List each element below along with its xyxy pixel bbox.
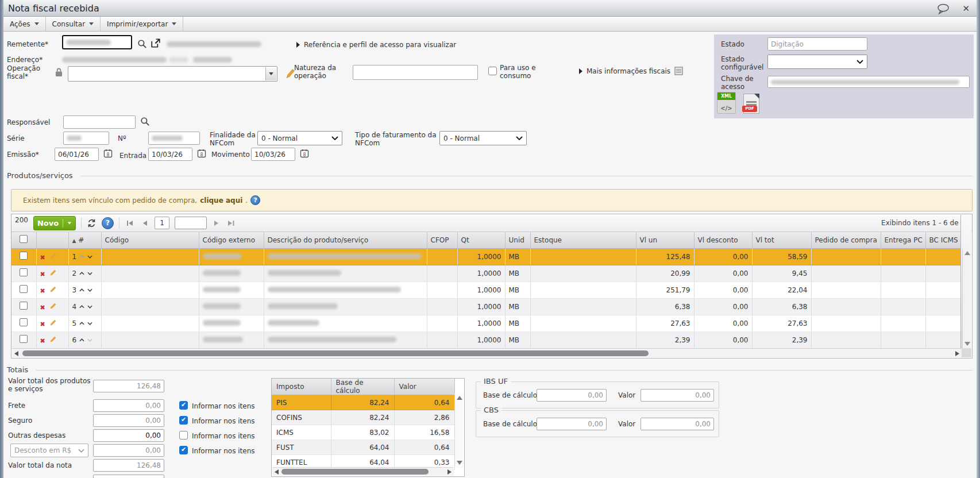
horizontal-scrollbar[interactable] (272, 467, 454, 476)
col-entrega-pc[interactable]: Entrega PC (881, 232, 925, 248)
page-size-select[interactable]: 200 (175, 217, 207, 229)
refresh-icon[interactable] (87, 218, 97, 228)
move-up-icon[interactable] (79, 305, 84, 309)
scroll-right-icon[interactable] (447, 469, 452, 475)
dropdown-arrow-icon[interactable] (265, 67, 276, 80)
move-up-icon[interactable] (79, 288, 84, 292)
delete-icon[interactable]: ✖ (40, 304, 45, 311)
finalidade-nfcom-select[interactable]: 0 - Normal (257, 131, 342, 145)
referencia-expander[interactable]: Referência e perfil de acesso para visua… (296, 41, 456, 49)
entrada-input[interactable] (148, 148, 192, 161)
valor-total-nota-input[interactable] (93, 459, 164, 472)
ibs-valor-input[interactable] (641, 389, 714, 402)
edit-icon[interactable] (49, 252, 57, 260)
valor-total-produtos-input[interactable] (93, 380, 164, 392)
row-checkbox[interactable] (20, 252, 28, 260)
col-qt[interactable]: Qt (457, 232, 505, 248)
row-checkbox[interactable] (20, 335, 28, 343)
serie-input[interactable] (63, 132, 109, 145)
edit-icon[interactable] (49, 286, 57, 293)
scroll-down-icon[interactable] (964, 342, 970, 346)
row-checkbox[interactable] (20, 285, 28, 293)
col-descricao[interactable]: Descrição do produto/serviço (264, 232, 427, 248)
col-valor[interactable]: Valor (394, 379, 454, 395)
numero-input[interactable] (148, 132, 200, 145)
scroll-down-icon[interactable] (457, 461, 462, 465)
desconto-informar-checkbox[interactable] (179, 446, 188, 454)
delete-icon[interactable]: ✖ (40, 321, 45, 328)
emissao-input[interactable] (55, 148, 99, 161)
col-pedido-compra[interactable]: Pedido de compra (811, 232, 881, 248)
menu-imprimir-exportar[interactable]: Imprimir/exportar (101, 17, 183, 31)
table-row[interactable]: ✖ 3 1,0000 MB 251,79 0,00 22,04 (11, 282, 962, 298)
delete-icon[interactable]: ✖ (40, 287, 45, 295)
operacao-fiscal-select[interactable] (68, 66, 277, 82)
select-all-checkbox[interactable] (20, 235, 28, 243)
scroll-up-icon[interactable] (457, 396, 462, 400)
col-unid[interactable]: Unid (505, 232, 530, 248)
estado-configuravel-select[interactable] (767, 55, 867, 69)
edit-icon[interactable] (49, 336, 57, 343)
outras-despesas-informar-checkbox[interactable] (179, 431, 188, 440)
delete-icon[interactable]: ✖ (40, 254, 45, 261)
novo-button[interactable]: Novo (33, 216, 76, 230)
table-row[interactable]: ✖ 6 1,0000 MB 2,39 0,00 2,39 (11, 331, 962, 348)
table-row[interactable]: ✖ 5 1,0000 MB 27,63 0,00 27,63 (11, 315, 962, 331)
search-icon[interactable] (140, 117, 150, 128)
ibs-base-input[interactable] (537, 389, 607, 402)
horizontal-scrollbar[interactable] (12, 348, 962, 357)
col-vl-desconto[interactable]: Vl desconto (694, 232, 752, 248)
menu-acoes[interactable]: Ações (3, 17, 46, 31)
edit-icon[interactable] (49, 319, 57, 326)
search-icon[interactable] (137, 39, 147, 51)
remetente-input[interactable] (62, 35, 132, 49)
mais-informacoes-expander[interactable]: Mais informações fiscais (579, 67, 683, 75)
move-down-icon[interactable] (87, 255, 92, 259)
move-up-icon[interactable] (79, 338, 84, 342)
scroll-left-icon[interactable] (275, 469, 279, 475)
frete-input[interactable] (93, 399, 164, 412)
chave-acesso-input[interactable] (767, 76, 970, 88)
help-icon[interactable]: ? (102, 217, 114, 229)
para-uso-consumo-checkbox[interactable] (488, 67, 497, 75)
table-row[interactable]: ✖ 4 1,0000 MB 6,38 0,00 6,38 (11, 298, 962, 315)
scrollbar-thumb[interactable] (22, 350, 649, 356)
move-down-icon[interactable] (87, 272, 92, 275)
imposto-row[interactable]: FUST64,040,64 (272, 440, 454, 455)
col-imposto[interactable]: Imposto (272, 379, 331, 395)
last-page-icon[interactable] (226, 220, 237, 226)
frete-informar-checkbox[interactable] (179, 401, 188, 410)
col-codigo[interactable]: Código (101, 232, 199, 248)
col-estoque[interactable]: Estoque (530, 232, 636, 248)
imposto-row[interactable]: COFINS82,242,86 (272, 410, 454, 425)
scroll-right-icon[interactable] (955, 351, 959, 356)
outras-despesas-input[interactable] (93, 429, 164, 442)
move-down-icon[interactable] (87, 288, 92, 292)
row-checkbox[interactable] (20, 302, 28, 310)
prev-page-icon[interactable] (141, 220, 149, 226)
estado-input[interactable] (767, 37, 867, 51)
xml-icon[interactable]: XML </> (717, 92, 736, 114)
desconto-tipo-select[interactable]: Desconto em R$ (10, 444, 88, 457)
col-vl-un[interactable]: Vl un (636, 232, 694, 248)
external-link-icon[interactable] (151, 38, 161, 50)
responsavel-input[interactable] (63, 115, 136, 129)
edit-icon[interactable] (49, 269, 57, 276)
imposto-row[interactable]: PIS82,240,64 (272, 395, 454, 410)
scrollbar-thumb[interactable] (281, 469, 429, 475)
col-bc-icms[interactable]: BC ICMS (925, 232, 962, 248)
movimento-input[interactable] (251, 148, 295, 161)
delete-icon[interactable]: ✖ (40, 271, 45, 278)
delete-icon[interactable]: ✖ (40, 337, 45, 345)
col-cfop[interactable]: CFOP (427, 232, 457, 248)
chat-icon[interactable] (937, 3, 950, 16)
scroll-left-icon[interactable] (14, 351, 18, 356)
page-number-input[interactable] (155, 217, 169, 229)
imposto-row[interactable]: ICMS83,0216,58 (272, 425, 454, 440)
tipo-faturamento-nfcom-select[interactable]: 0 - Normal (439, 131, 527, 145)
vertical-scrollbar[interactable] (454, 393, 464, 468)
move-up-icon[interactable] (79, 272, 84, 275)
edit-icon[interactable] (49, 302, 57, 310)
move-down-icon[interactable] (87, 322, 92, 325)
col-vl-tot[interactable]: Vl tot (752, 232, 811, 248)
